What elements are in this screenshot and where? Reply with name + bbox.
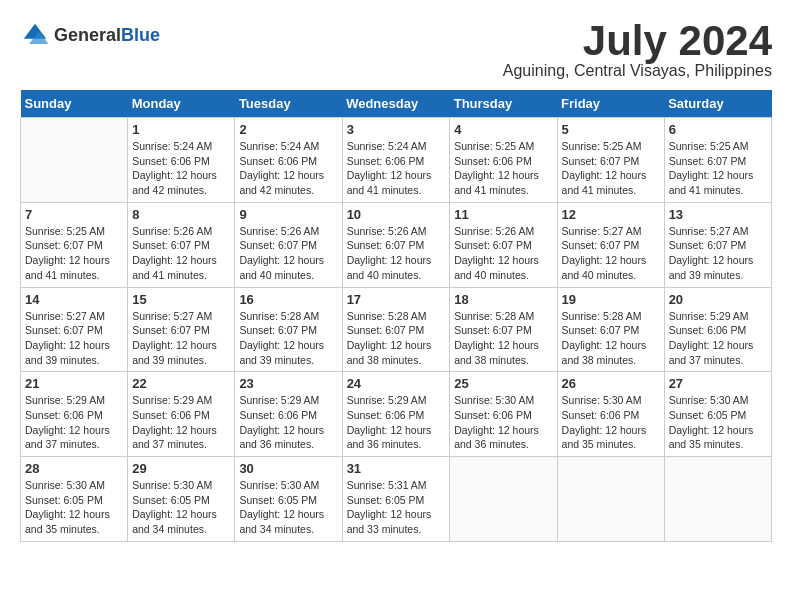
logo: GeneralBlue — [20, 20, 160, 50]
day-number: 10 — [347, 207, 446, 222]
calendar-cell: 30Sunrise: 5:30 AMSunset: 6:05 PMDayligh… — [235, 457, 342, 542]
day-number: 31 — [347, 461, 446, 476]
calendar-cell: 28Sunrise: 5:30 AMSunset: 6:05 PMDayligh… — [21, 457, 128, 542]
day-number: 18 — [454, 292, 552, 307]
day-number: 12 — [562, 207, 660, 222]
day-number: 2 — [239, 122, 337, 137]
day-number: 16 — [239, 292, 337, 307]
day-number: 30 — [239, 461, 337, 476]
day-info: Sunrise: 5:26 AMSunset: 6:07 PMDaylight:… — [132, 224, 230, 283]
day-number: 14 — [25, 292, 123, 307]
day-number: 28 — [25, 461, 123, 476]
day-number: 4 — [454, 122, 552, 137]
day-info: Sunrise: 5:25 AMSunset: 6:06 PMDaylight:… — [454, 139, 552, 198]
day-info: Sunrise: 5:28 AMSunset: 6:07 PMDaylight:… — [239, 309, 337, 368]
day-info: Sunrise: 5:29 AMSunset: 6:06 PMDaylight:… — [239, 393, 337, 452]
day-info: Sunrise: 5:25 AMSunset: 6:07 PMDaylight:… — [669, 139, 767, 198]
calendar-cell: 7Sunrise: 5:25 AMSunset: 6:07 PMDaylight… — [21, 202, 128, 287]
calendar-day-header: Friday — [557, 90, 664, 118]
calendar-cell: 22Sunrise: 5:29 AMSunset: 6:06 PMDayligh… — [128, 372, 235, 457]
day-info: Sunrise: 5:26 AMSunset: 6:07 PMDaylight:… — [347, 224, 446, 283]
calendar-cell: 17Sunrise: 5:28 AMSunset: 6:07 PMDayligh… — [342, 287, 450, 372]
day-info: Sunrise: 5:27 AMSunset: 6:07 PMDaylight:… — [25, 309, 123, 368]
calendar-cell: 20Sunrise: 5:29 AMSunset: 6:06 PMDayligh… — [664, 287, 771, 372]
day-number: 25 — [454, 376, 552, 391]
day-number: 1 — [132, 122, 230, 137]
day-info: Sunrise: 5:30 AMSunset: 6:06 PMDaylight:… — [562, 393, 660, 452]
calendar-cell: 13Sunrise: 5:27 AMSunset: 6:07 PMDayligh… — [664, 202, 771, 287]
calendar-day-header: Tuesday — [235, 90, 342, 118]
day-info: Sunrise: 5:29 AMSunset: 6:06 PMDaylight:… — [132, 393, 230, 452]
day-number: 20 — [669, 292, 767, 307]
calendar-cell: 5Sunrise: 5:25 AMSunset: 6:07 PMDaylight… — [557, 118, 664, 203]
day-info: Sunrise: 5:27 AMSunset: 6:07 PMDaylight:… — [669, 224, 767, 283]
day-info: Sunrise: 5:30 AMSunset: 6:05 PMDaylight:… — [25, 478, 123, 537]
calendar-cell: 6Sunrise: 5:25 AMSunset: 6:07 PMDaylight… — [664, 118, 771, 203]
logo-icon — [20, 20, 50, 50]
calendar-week-row: 28Sunrise: 5:30 AMSunset: 6:05 PMDayligh… — [21, 457, 772, 542]
page-header: GeneralBlue July 2024 Aguining, Central … — [20, 20, 772, 80]
day-number: 26 — [562, 376, 660, 391]
day-number: 11 — [454, 207, 552, 222]
calendar-cell: 18Sunrise: 5:28 AMSunset: 6:07 PMDayligh… — [450, 287, 557, 372]
calendar-cell: 26Sunrise: 5:30 AMSunset: 6:06 PMDayligh… — [557, 372, 664, 457]
day-number: 19 — [562, 292, 660, 307]
day-info: Sunrise: 5:28 AMSunset: 6:07 PMDaylight:… — [562, 309, 660, 368]
calendar-cell: 4Sunrise: 5:25 AMSunset: 6:06 PMDaylight… — [450, 118, 557, 203]
calendar-cell: 27Sunrise: 5:30 AMSunset: 6:05 PMDayligh… — [664, 372, 771, 457]
day-number: 6 — [669, 122, 767, 137]
calendar-cell — [21, 118, 128, 203]
calendar-cell: 15Sunrise: 5:27 AMSunset: 6:07 PMDayligh… — [128, 287, 235, 372]
calendar-cell — [450, 457, 557, 542]
calendar-cell: 11Sunrise: 5:26 AMSunset: 6:07 PMDayligh… — [450, 202, 557, 287]
day-number: 22 — [132, 376, 230, 391]
calendar-week-row: 14Sunrise: 5:27 AMSunset: 6:07 PMDayligh… — [21, 287, 772, 372]
calendar-cell — [664, 457, 771, 542]
day-number: 21 — [25, 376, 123, 391]
calendar-cell: 23Sunrise: 5:29 AMSunset: 6:06 PMDayligh… — [235, 372, 342, 457]
title-section: July 2024 Aguining, Central Visayas, Phi… — [503, 20, 772, 80]
day-info: Sunrise: 5:24 AMSunset: 6:06 PMDaylight:… — [132, 139, 230, 198]
calendar-week-row: 21Sunrise: 5:29 AMSunset: 6:06 PMDayligh… — [21, 372, 772, 457]
calendar-cell: 14Sunrise: 5:27 AMSunset: 6:07 PMDayligh… — [21, 287, 128, 372]
logo-text-blue: Blue — [121, 25, 160, 45]
day-number: 24 — [347, 376, 446, 391]
day-info: Sunrise: 5:28 AMSunset: 6:07 PMDaylight:… — [454, 309, 552, 368]
calendar-week-row: 7Sunrise: 5:25 AMSunset: 6:07 PMDaylight… — [21, 202, 772, 287]
calendar-cell: 2Sunrise: 5:24 AMSunset: 6:06 PMDaylight… — [235, 118, 342, 203]
calendar-day-header: Wednesday — [342, 90, 450, 118]
day-number: 17 — [347, 292, 446, 307]
day-number: 7 — [25, 207, 123, 222]
day-info: Sunrise: 5:29 AMSunset: 6:06 PMDaylight:… — [669, 309, 767, 368]
calendar-cell: 12Sunrise: 5:27 AMSunset: 6:07 PMDayligh… — [557, 202, 664, 287]
day-info: Sunrise: 5:29 AMSunset: 6:06 PMDaylight:… — [25, 393, 123, 452]
calendar-cell: 16Sunrise: 5:28 AMSunset: 6:07 PMDayligh… — [235, 287, 342, 372]
day-number: 27 — [669, 376, 767, 391]
day-number: 8 — [132, 207, 230, 222]
calendar-cell: 10Sunrise: 5:26 AMSunset: 6:07 PMDayligh… — [342, 202, 450, 287]
day-number: 15 — [132, 292, 230, 307]
day-info: Sunrise: 5:27 AMSunset: 6:07 PMDaylight:… — [562, 224, 660, 283]
day-info: Sunrise: 5:24 AMSunset: 6:06 PMDaylight:… — [239, 139, 337, 198]
day-number: 9 — [239, 207, 337, 222]
calendar-day-header: Sunday — [21, 90, 128, 118]
calendar-cell — [557, 457, 664, 542]
calendar-cell: 9Sunrise: 5:26 AMSunset: 6:07 PMDaylight… — [235, 202, 342, 287]
calendar-week-row: 1Sunrise: 5:24 AMSunset: 6:06 PMDaylight… — [21, 118, 772, 203]
day-info: Sunrise: 5:30 AMSunset: 6:05 PMDaylight:… — [669, 393, 767, 452]
calendar-cell: 21Sunrise: 5:29 AMSunset: 6:06 PMDayligh… — [21, 372, 128, 457]
calendar-cell: 29Sunrise: 5:30 AMSunset: 6:05 PMDayligh… — [128, 457, 235, 542]
calendar-cell: 24Sunrise: 5:29 AMSunset: 6:06 PMDayligh… — [342, 372, 450, 457]
day-info: Sunrise: 5:30 AMSunset: 6:05 PMDaylight:… — [239, 478, 337, 537]
day-info: Sunrise: 5:30 AMSunset: 6:06 PMDaylight:… — [454, 393, 552, 452]
day-number: 5 — [562, 122, 660, 137]
location-title: Aguining, Central Visayas, Philippines — [503, 62, 772, 80]
day-info: Sunrise: 5:28 AMSunset: 6:07 PMDaylight:… — [347, 309, 446, 368]
calendar-day-header: Saturday — [664, 90, 771, 118]
calendar-cell: 3Sunrise: 5:24 AMSunset: 6:06 PMDaylight… — [342, 118, 450, 203]
day-number: 3 — [347, 122, 446, 137]
day-info: Sunrise: 5:30 AMSunset: 6:05 PMDaylight:… — [132, 478, 230, 537]
day-info: Sunrise: 5:26 AMSunset: 6:07 PMDaylight:… — [454, 224, 552, 283]
calendar-cell: 25Sunrise: 5:30 AMSunset: 6:06 PMDayligh… — [450, 372, 557, 457]
logo-text-general: General — [54, 25, 121, 45]
